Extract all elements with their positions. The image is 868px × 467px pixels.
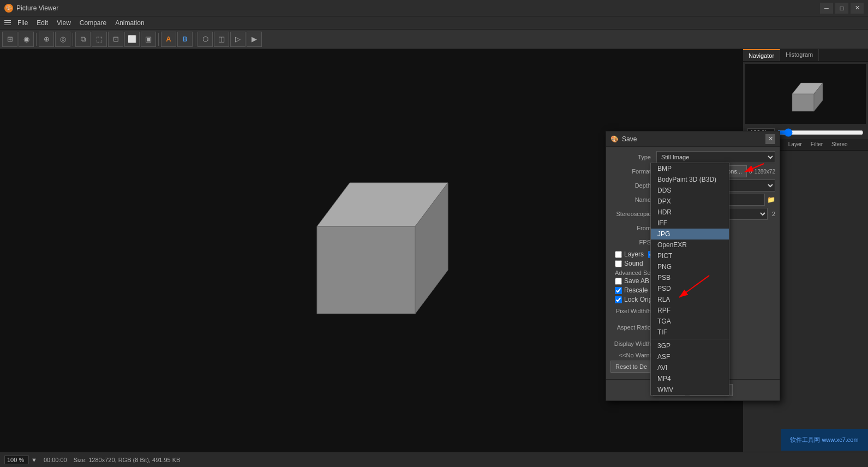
format-option-tif[interactable]: TIF: [651, 327, 729, 338]
name-label: Name: [610, 196, 654, 203]
lock-origin-checkbox[interactable]: [615, 296, 622, 303]
display-width-label: Display Width: [610, 340, 654, 347]
format-option-rpf[interactable]: RPF: [651, 305, 729, 316]
red-arrow-jpg: [671, 273, 715, 306]
svg-line-7: [745, 164, 764, 172]
dialog-overlay: 🎨 Save ✕ Type Still Image Movie Format T…: [0, 0, 868, 467]
layers-checkbox[interactable]: [615, 251, 622, 258]
stereoscopic-label: Stereoscopic: [610, 211, 654, 217]
format-option-dpx[interactable]: DPX: [651, 196, 729, 207]
format-option-avi[interactable]: AVI: [651, 362, 729, 373]
sound-label: Sound: [624, 260, 643, 267]
format-option-asf[interactable]: ASF: [651, 351, 729, 362]
reset-button[interactable]: Reset to De: [610, 361, 652, 373]
format-option-3gp[interactable]: 3GP: [651, 340, 729, 351]
layers-label: Layers: [624, 250, 644, 258]
rescale-label: Rescale: [624, 286, 648, 294]
type-label: Type: [610, 154, 654, 160]
format-option-png[interactable]: PNG: [651, 261, 729, 272]
depth-label: Depth: [610, 182, 654, 189]
sound-checkbox[interactable]: [615, 260, 622, 267]
format-dropdown-separator: [651, 339, 729, 339]
warning-label: <<No Warni: [610, 352, 654, 358]
format-option-hdr[interactable]: HDR: [651, 207, 729, 218]
fps-label: FPS: [610, 239, 654, 246]
format-option-tga[interactable]: TGA: [651, 316, 729, 327]
dialog-close-button[interactable]: ✕: [765, 134, 775, 144]
format-option-iff[interactable]: IFF: [651, 218, 729, 229]
aspect-ratio-label: Aspect Ratio: [610, 324, 654, 331]
format-option-mp4[interactable]: MP4: [651, 373, 729, 384]
format-option-b3d[interactable]: BodyPaint 3D (B3D): [651, 174, 729, 185]
save-ab-checkbox[interactable]: [615, 278, 622, 285]
format-option-dds[interactable]: DDS: [651, 185, 729, 196]
format-option-bmp[interactable]: BMP: [651, 163, 729, 174]
format-option-jpg[interactable]: JPG: [651, 229, 729, 240]
dialog-title-bar: 🎨 Save ✕: [606, 131, 780, 147]
dialog-icon: 🎨: [610, 135, 619, 143]
format-label: Format: [610, 168, 654, 175]
format-option-pict[interactable]: PICT: [651, 250, 729, 261]
format-option-openexr[interactable]: OpenEXR: [651, 240, 729, 250]
stereo-extra: 2: [772, 211, 775, 217]
from-label: From: [610, 225, 654, 231]
red-arrow-format: [734, 161, 767, 177]
rescale-checkbox[interactable]: [615, 287, 622, 294]
name-picker-icon[interactable]: 📁: [767, 196, 775, 203]
svg-line-9: [679, 276, 709, 297]
pixel-width-label: Pixel Width/h: [610, 308, 654, 314]
dialog-title-content: 🎨 Save: [610, 135, 637, 143]
dialog-title: Save: [622, 135, 637, 143]
format-option-wmv[interactable]: WMV: [651, 384, 729, 395]
